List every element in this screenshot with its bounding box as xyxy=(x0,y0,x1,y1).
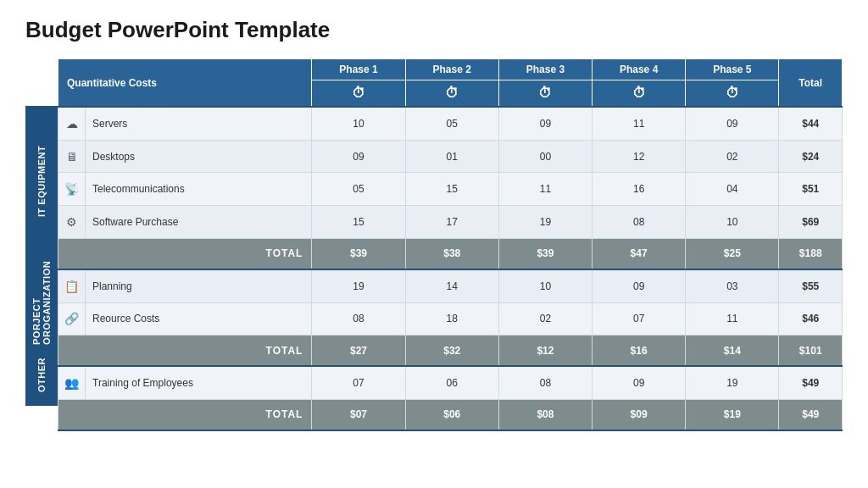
total-row: TOTAL $39 $38 $39 $47 $25 $188 xyxy=(58,238,843,269)
total-p5: $14 xyxy=(686,336,779,366)
total-p5: $25 xyxy=(686,238,779,269)
total-p1: $39 xyxy=(312,238,405,269)
row-icon: 📋 xyxy=(58,269,86,302)
table-row: ⚙ Software Purchase 15 17 19 08 10 $69 xyxy=(58,206,843,239)
phase2-header: Phase 2 xyxy=(405,59,498,80)
total-p2: $38 xyxy=(405,238,498,269)
row-p5: 09 xyxy=(686,107,779,140)
table-row: 📡 Telecommunications 05 15 11 16 04 $51 xyxy=(58,173,843,206)
row-p3: 09 xyxy=(498,107,592,140)
row-p1: 15 xyxy=(312,206,405,239)
phase3-icon: ⏱ xyxy=(498,80,592,108)
row-p5: 19 xyxy=(686,366,779,399)
total-label-cell: TOTAL xyxy=(58,238,312,269)
table-row: 📋 Planning 19 14 10 09 03 $55 xyxy=(58,269,843,302)
row-p5: 02 xyxy=(686,140,779,173)
phase5-icon: ⏱ xyxy=(686,80,779,108)
total-row: TOTAL $07 $06 $08 $09 $19 $49 xyxy=(58,399,843,430)
main-table: Quantitative Costs Phase 1 Phase 2 Phase… xyxy=(58,58,843,431)
total-p5: $19 xyxy=(686,399,779,430)
total-p4: $09 xyxy=(593,399,686,430)
phase3-header: Phase 3 xyxy=(498,59,592,80)
total-p3: $08 xyxy=(498,399,592,430)
row-total: $51 xyxy=(779,173,843,206)
row-p4: 09 xyxy=(593,366,686,399)
row-p4: 08 xyxy=(593,206,686,239)
budget-table-wrapper: IT Equipment Porject Oroganization Other… xyxy=(25,58,843,431)
row-p3: 19 xyxy=(498,206,592,239)
row-p3: 10 xyxy=(498,269,592,302)
cat-label-other: Other xyxy=(25,345,58,406)
phase5-header: Phase 5 xyxy=(686,59,779,80)
row-p1: 19 xyxy=(312,269,405,302)
total-header-th: Total xyxy=(779,59,843,108)
total-grand: $49 xyxy=(779,399,843,430)
total-p1: $27 xyxy=(312,336,405,366)
row-p1: 10 xyxy=(312,107,405,140)
row-p2: 05 xyxy=(405,107,498,140)
row-label: Reource Costs xyxy=(86,302,312,336)
row-p5: 03 xyxy=(686,269,779,302)
row-p5: 10 xyxy=(686,206,779,239)
row-total: $69 xyxy=(779,206,843,239)
row-p2: 01 xyxy=(405,140,498,173)
row-label: Software Purchase xyxy=(86,206,312,239)
total-p3: $12 xyxy=(498,336,592,366)
table-row: 👥 Training of Employees 07 06 08 09 19 $… xyxy=(58,366,843,399)
row-p1: 08 xyxy=(312,302,405,336)
row-p3: 00 xyxy=(498,140,592,173)
phase1-icon: ⏱ xyxy=(312,80,405,108)
header-row-phases: Quantitative Costs Phase 1 Phase 2 Phase… xyxy=(58,59,843,80)
total-p1: $07 xyxy=(312,399,405,430)
total-label-cell: TOTAL xyxy=(58,399,312,430)
phase1-header: Phase 1 xyxy=(312,59,405,80)
row-p5: 04 xyxy=(686,173,779,206)
row-icon: 👥 xyxy=(58,366,86,399)
row-p4: 12 xyxy=(593,140,686,173)
row-p4: 07 xyxy=(593,302,686,336)
row-label: Telecommunications xyxy=(86,173,312,206)
total-grand: $101 xyxy=(779,336,843,366)
row-total: $49 xyxy=(779,366,843,399)
row-total: $44 xyxy=(779,107,843,140)
row-p4: 16 xyxy=(593,173,686,206)
row-p5: 11 xyxy=(686,302,779,336)
row-icon: 🔗 xyxy=(58,302,86,336)
row-p4: 11 xyxy=(593,107,686,140)
row-total: $24 xyxy=(779,140,843,173)
row-p2: 15 xyxy=(405,173,498,206)
phase4-header: Phase 4 xyxy=(593,59,686,80)
total-p2: $06 xyxy=(405,399,498,430)
total-p3: $39 xyxy=(498,238,592,269)
row-p3: 02 xyxy=(498,302,592,336)
cat-spacer-bottom xyxy=(25,406,58,431)
row-icon: 📡 xyxy=(58,173,86,206)
phase2-icon: ⏱ xyxy=(405,80,498,108)
row-p2: 17 xyxy=(405,206,498,239)
row-p1: 09 xyxy=(312,140,405,173)
row-icon: ⚙ xyxy=(58,206,86,239)
row-icon: 🖥 xyxy=(58,140,86,173)
category-column: IT Equipment Porject Oroganization Other xyxy=(25,58,58,431)
row-p1: 07 xyxy=(312,366,405,399)
cat-spacer-header xyxy=(25,58,58,106)
row-label: Desktops xyxy=(86,140,312,173)
total-label-cell: TOTAL xyxy=(58,336,312,366)
row-p4: 09 xyxy=(593,269,686,302)
row-p1: 05 xyxy=(312,173,405,206)
row-p2: 14 xyxy=(405,269,498,302)
table-row: ☁ Servers 10 05 09 11 09 $44 xyxy=(58,107,843,140)
page-title: Budget PowerPoint Template xyxy=(25,17,843,43)
total-p4: $47 xyxy=(593,238,686,269)
row-total: $55 xyxy=(779,269,843,302)
row-p3: 08 xyxy=(498,366,592,399)
total-row: TOTAL $27 $32 $12 $16 $14 $101 xyxy=(58,336,843,366)
row-icon: ☁ xyxy=(58,107,86,140)
cat-label-it: IT Equipment xyxy=(25,106,58,257)
row-p2: 06 xyxy=(405,366,498,399)
phase4-icon: ⏱ xyxy=(593,80,686,108)
row-p2: 18 xyxy=(405,302,498,336)
row-total: $46 xyxy=(779,302,843,336)
row-label: Planning xyxy=(86,269,312,302)
table-row: 🔗 Reource Costs 08 18 02 07 11 $46 xyxy=(58,302,843,336)
